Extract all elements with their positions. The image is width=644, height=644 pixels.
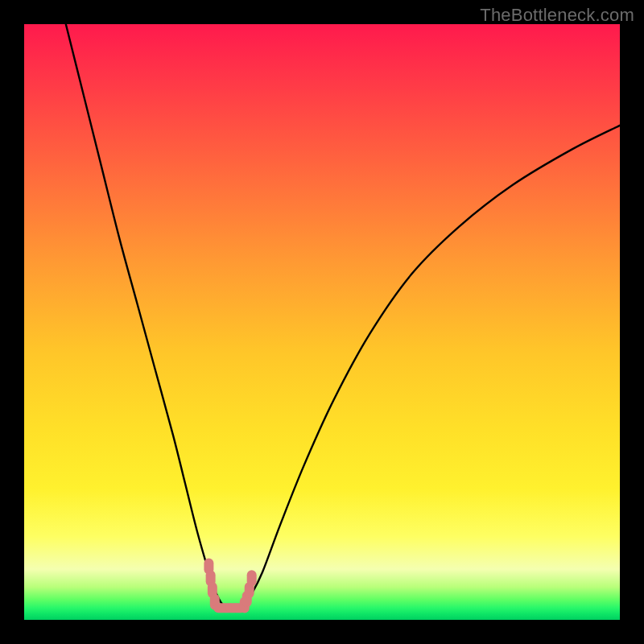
curve-layer <box>24 24 620 620</box>
highlight-cluster <box>204 558 256 613</box>
chart-frame: TheBottleneck.com <box>0 0 644 644</box>
bottleneck-curve <box>66 24 620 609</box>
highlight-dot <box>247 570 257 586</box>
watermark-text: TheBottleneck.com <box>480 5 634 26</box>
plot-area <box>24 24 620 620</box>
